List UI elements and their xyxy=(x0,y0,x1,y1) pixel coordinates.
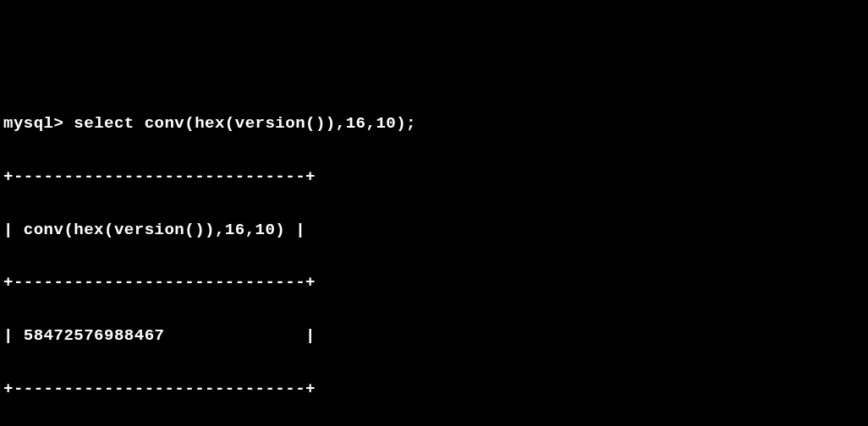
table-border: +-----------------------------+ xyxy=(3,270,865,296)
mysql-prompt: mysql> xyxy=(3,114,74,133)
table-border: +-----------------------------+ xyxy=(3,164,865,190)
query1-command-line[interactable]: mysql> select conv(hex(version()),16,10)… xyxy=(3,111,865,137)
table-value-row: | 58472576988467 | xyxy=(3,323,865,349)
sql-command-text: select conv(hex(version()),16,10); xyxy=(74,114,416,133)
table-header-row: | conv(hex(version()),16,10) | xyxy=(3,217,865,243)
table-border: +-----------------------------+ xyxy=(3,376,865,402)
